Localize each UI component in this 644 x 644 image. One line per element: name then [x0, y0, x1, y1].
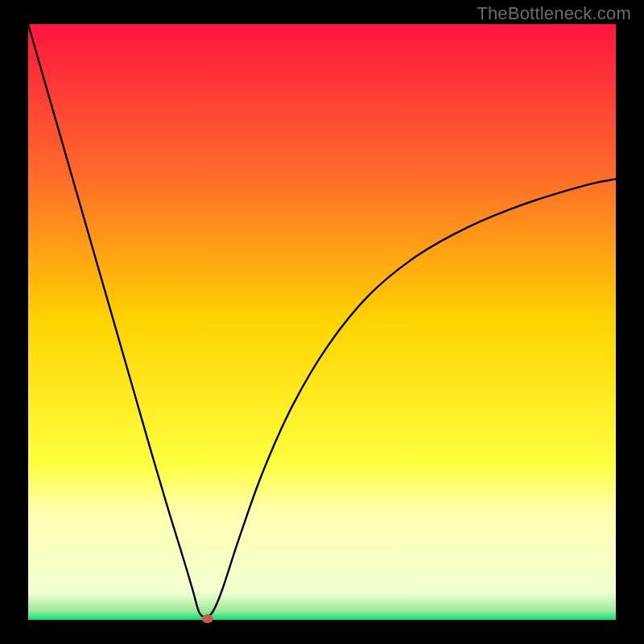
chart-frame: TheBottleneck.com	[0, 0, 644, 644]
optimum-marker	[202, 614, 213, 623]
plot-background	[28, 24, 616, 620]
watermark-text: TheBottleneck.com	[477, 3, 631, 24]
chart-svg	[0, 0, 644, 644]
